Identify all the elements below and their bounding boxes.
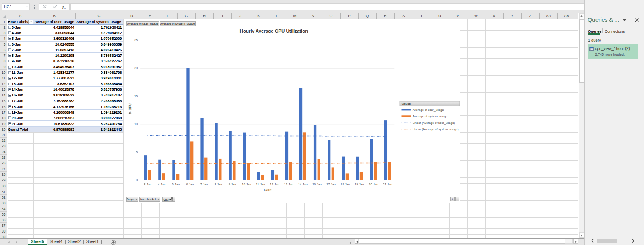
svg-text:Hourly Average CPU Utilization: Hourly Average CPU Utilization: [239, 29, 308, 33]
svg-text:3-Jan: 3-Jan: [144, 183, 151, 186]
svg-text:Date: Date: [264, 188, 271, 192]
svg-text:x: x: [64, 6, 66, 10]
svg-text:11-Jan: 11-Jan: [256, 183, 264, 186]
svg-text:Values: Values: [401, 102, 411, 106]
svg-text:9-Jan: 9-Jan: [228, 183, 236, 186]
svg-text:Average of user_usage: Average of user_usage: [413, 108, 444, 112]
svg-text:17-Jan: 17-Jan: [326, 183, 336, 186]
svg-text:5: 5: [136, 150, 137, 154]
svg-text:10-Jan: 10-Jan: [242, 183, 251, 186]
svg-text:10: 10: [134, 122, 137, 126]
svg-text:21-Jan: 21-Jan: [383, 183, 392, 186]
svg-text:20-Jan: 20-Jan: [369, 183, 378, 186]
svg-text:5-Jan: 5-Jan: [172, 183, 180, 186]
svg-text:16-Jan: 16-Jan: [312, 183, 321, 186]
svg-text:15: 15: [134, 94, 137, 98]
svg-text:Linear (Average of user_usage): Linear (Average of user_usage): [413, 121, 455, 125]
svg-text:20: 20: [134, 66, 137, 70]
svg-text:4-Jan: 4-Jan: [158, 183, 165, 186]
svg-text:25: 25: [134, 38, 137, 42]
svg-text:0: 0: [136, 178, 137, 182]
svg-text:18-Jan: 18-Jan: [341, 183, 350, 186]
svg-text:14-Jan: 14-Jan: [298, 183, 307, 186]
svg-text:13-Jan: 13-Jan: [284, 183, 293, 186]
svg-text:Average of system_usage: Average of system_usage: [413, 114, 448, 118]
svg-text:19-Jan: 19-Jan: [355, 183, 364, 186]
svg-text:6-Jan: 6-Jan: [186, 183, 194, 186]
svg-text:% CPU: % CPU: [128, 103, 132, 114]
svg-text:7-Jan: 7-Jan: [200, 183, 208, 186]
svg-text:12-Jan: 12-Jan: [270, 183, 279, 186]
svg-text:8-Jan: 8-Jan: [214, 183, 222, 186]
svg-text:Linear (Average of system_usag: Linear (Average of system_usage): [413, 127, 459, 131]
